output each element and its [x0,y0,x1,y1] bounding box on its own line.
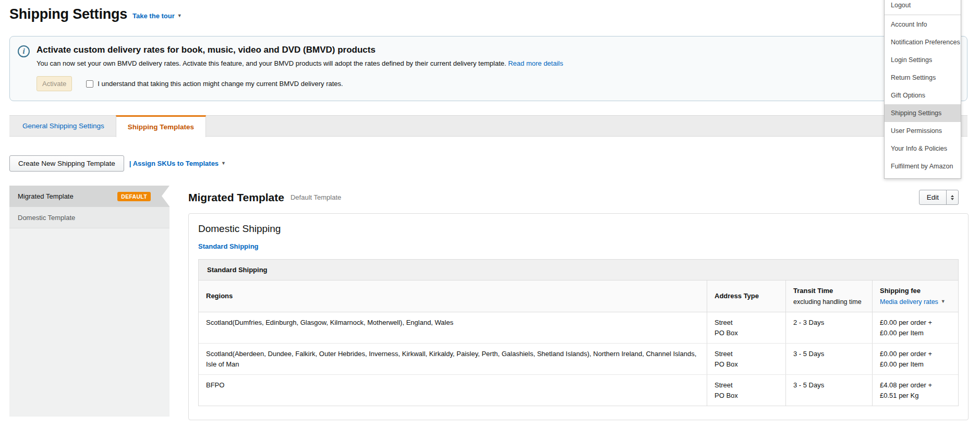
activate-button[interactable]: Activate [37,76,72,91]
default-badge: DEFAULT [117,192,151,201]
shipping-fee-cell: £0.00 per order + £0.00 per Item [872,312,958,343]
regions-cell: Scotland(Dumfries, Edinburgh, Glasgow, K… [199,312,707,343]
column-label: Shipping fee [880,286,951,296]
chevron-down-icon: ▼ [177,13,182,18]
menu-item-logout[interactable]: Logout [885,0,961,14]
edit-dropdown-button[interactable] [946,190,959,205]
template-toolbar: Create New Shipping Template | Assign SK… [9,155,980,172]
banner-text: You can now set your own BMVD delivery r… [37,59,563,67]
template-name: Domestic Template [18,214,75,222]
bmvd-info-banner: i Activate custom delivery rates for boo… [9,36,967,101]
assign-skus-link[interactable]: | Assign SKUs to Templates▼ [129,160,226,167]
standard-shipping-table: Standard Shipping Regions Address Type T… [198,259,959,406]
menu-item-fulfilment-by-amazon[interactable]: Fulfilment by Amazon [885,157,961,175]
menu-item-shipping-settings[interactable]: Shipping Settings [885,104,961,122]
template-subtitle: Default Template [291,193,341,201]
column-label: Address Type [715,291,778,301]
content-area: Migrated Template DEFAULT Domestic Templ… [9,186,980,420]
template-detail-header: Migrated Template Default Template Edit [188,190,969,205]
page-header: Shipping Settings Take the tour▼ [9,6,980,22]
account-settings-menu: Logout Account Info Notification Prefere… [884,0,961,179]
understand-checkbox-label: I understand that taking this action mig… [98,80,343,88]
menu-item-gift-options[interactable]: Gift Options [885,87,961,104]
domestic-shipping-heading: Domestic Shipping [198,223,959,235]
template-name: Migrated Template [18,192,74,200]
menu-item-login-settings[interactable]: Login Settings [885,51,961,69]
edit-button[interactable]: Edit [919,190,947,205]
fee-line: £0.00 per order + [880,349,951,359]
menu-item-account-info[interactable]: Account Info [885,16,961,33]
banner-actions: Activate I understand that taking this a… [37,76,563,91]
address-type-line: Street [715,318,778,328]
take-the-tour-link[interactable]: Take the tour▼ [132,12,182,20]
banner-description: You can now set your own BMVD delivery r… [37,59,506,67]
column-label: Transit Time [793,286,865,296]
sidebar-item-migrated-template[interactable]: Migrated Template DEFAULT [9,186,170,207]
understand-checkbox-row: I understand that taking this action mig… [86,80,343,88]
address-type-line: PO Box [715,328,778,338]
tab-general-shipping-settings[interactable]: General Shipping Settings [11,116,116,136]
fee-line: £0.51 per Kg [880,391,951,401]
transit-time-cell: 2 - 3 Days [785,312,872,343]
shipping-fee-cell: £4.08 per order + £0.51 per Kg [872,375,958,406]
page-title: Shipping Settings [9,6,127,22]
menu-item-user-permissions[interactable]: User Permissions [885,122,961,140]
menu-divider [885,15,961,15]
fee-line: £0.00 per order + [880,318,951,328]
column-header-transit-time: Transit Time excluding handling time [785,280,872,312]
chevron-down-icon: ▼ [221,161,226,166]
table-row: BFPO Street PO Box 3 - 5 Days £4.08 per … [199,374,958,406]
info-icon: i [18,45,30,57]
fee-line: £4.08 per order + [880,380,951,391]
banner-title: Activate custom delivery rates for book,… [37,45,563,55]
address-type-cell: Street PO Box [707,312,785,343]
column-header-regions: Regions [199,280,707,312]
standard-shipping-link[interactable]: Standard Shipping [198,242,259,250]
menu-item-your-info-policies[interactable]: Your Info & Policies [885,140,961,157]
column-label: Regions [206,291,699,301]
table-row: Scotland(Dumfries, Edinburgh, Glasgow, K… [199,312,958,343]
media-delivery-rates-link[interactable]: Media delivery rates [880,298,938,306]
create-new-shipping-template-button[interactable]: Create New Shipping Template [9,155,124,172]
regions-cell: Scotland(Aberdeen, Dundee, Falkirk, Oute… [199,344,707,374]
regions-cell: BFPO [199,375,707,406]
menu-item-return-settings[interactable]: Return Settings [885,69,961,87]
address-type-line: PO Box [715,359,778,370]
address-type-line: Street [715,380,778,391]
up-down-arrows-icon [951,195,954,200]
column-header-shipping-fee: Shipping fee Media delivery rates▼ [872,280,958,312]
shipping-fee-cell: £0.00 per order + £0.00 per Item [872,344,958,374]
fee-line: £0.00 per Item [880,359,951,370]
chevron-down-icon: ▼ [941,298,946,306]
transit-time-cell: 3 - 5 Days [785,344,872,374]
template-title: Migrated Template [188,191,284,204]
table-header-row: Regions Address Type Transit Time exclud… [199,280,958,312]
template-list-sidebar: Migrated Template DEFAULT Domestic Templ… [9,186,170,417]
address-type-cell: Street PO Box [707,375,785,406]
domestic-shipping-card: Domestic Shipping Standard Shipping Stan… [188,213,969,420]
media-delivery-rates-link-row: Media delivery rates▼ [880,297,951,307]
sidebar-item-domestic-template[interactable]: Domestic Template [9,207,170,228]
assign-skus-label[interactable]: | Assign SKUs to Templates [129,160,219,167]
table-row: Scotland(Aberdeen, Dundee, Falkirk, Oute… [199,343,958,374]
edit-split-button: Edit [919,190,959,205]
tab-bar: General Shipping Settings Shipping Templ… [9,115,967,137]
transit-time-cell: 3 - 5 Days [785,375,872,406]
address-type-line: PO Box [715,391,778,401]
template-detail-panel: Migrated Template Default Template Edit … [188,186,969,420]
address-type-line: Street [715,349,778,359]
take-the-tour-label[interactable]: Take the tour [132,12,175,20]
column-header-address-type: Address Type [707,280,785,312]
column-sublabel: excluding handling time [793,297,865,307]
menu-item-notification-preferences[interactable]: Notification Preferences [885,33,961,51]
address-type-cell: Street PO Box [707,344,785,374]
table-title: Standard Shipping [199,260,958,280]
tab-shipping-templates[interactable]: Shipping Templates [116,115,206,137]
banner-body: Activate custom delivery rates for book,… [37,45,563,91]
read-more-link[interactable]: Read more details [508,59,563,67]
understand-checkbox[interactable] [86,80,93,88]
fee-line: £0.00 per Item [880,328,951,338]
